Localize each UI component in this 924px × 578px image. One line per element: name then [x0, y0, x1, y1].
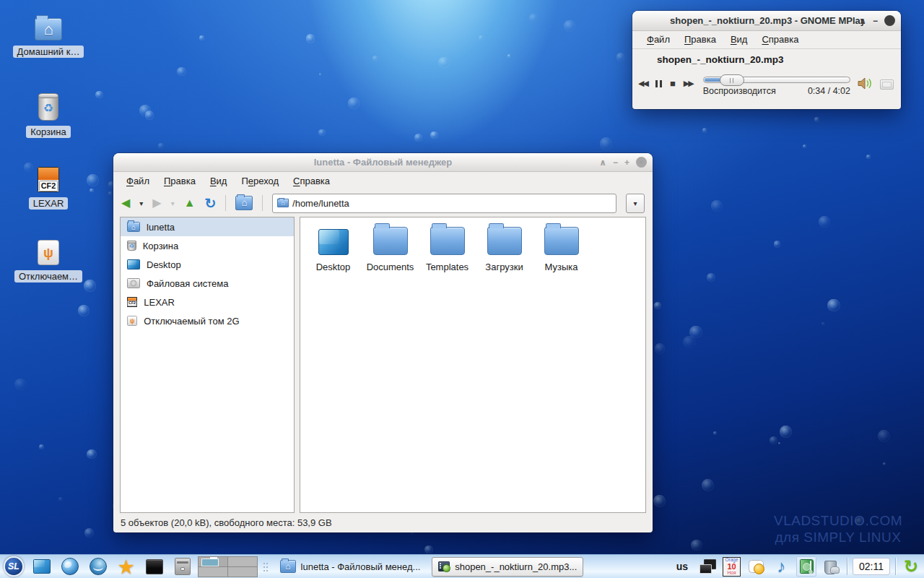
- launcher-button[interactable]: [87, 556, 109, 577]
- taskbar-window-button[interactable]: lunetta - Файловый менед...: [274, 557, 427, 577]
- tray-icon-button[interactable]: [796, 556, 816, 577]
- sidebar-item[interactable]: Корзина: [121, 236, 294, 255]
- mplayer-menu-item[interactable]: Правка: [679, 33, 722, 46]
- mplayer-menu-item[interactable]: Вид: [725, 33, 754, 46]
- refresh-button[interactable]: ↻: [205, 197, 217, 210]
- launcher-button[interactable]: [172, 556, 193, 577]
- workspace-cell[interactable]: [228, 567, 257, 577]
- launcher-button[interactable]: [3, 556, 25, 577]
- up-button[interactable]: ▲: [184, 197, 196, 209]
- forward-button[interactable]: ▶: [152, 197, 161, 209]
- sidebar-item[interactable]: Desktop: [121, 255, 294, 274]
- launcher-button[interactable]: [144, 556, 165, 577]
- tray-icon-button[interactable]: [746, 556, 766, 577]
- mplayer-menu-item[interactable]: Справка: [756, 33, 804, 46]
- wallpaper-watermark: VLADSTUDIO.COM для SIMPLY LINUX: [774, 512, 902, 547]
- sidebar-item-label: Отключаемый том 2G: [144, 316, 239, 327]
- desktop-icon[interactable]: Корзина: [9, 94, 88, 138]
- keyboard-layout-indicator[interactable]: us: [672, 561, 692, 572]
- workspace-cell[interactable]: [199, 557, 227, 566]
- address-bar: [272, 194, 616, 213]
- home-button[interactable]: [235, 196, 253, 210]
- taskbar: lunetta - Файловый менед... shopen_-_nok…: [0, 554, 924, 578]
- fullscreen-button[interactable]: [880, 79, 894, 90]
- file-item[interactable]: Desktop: [305, 227, 362, 272]
- desktop-icon[interactable]: Домашний к…: [9, 18, 88, 58]
- tray-icon: [772, 559, 790, 574]
- calendar-tray-button[interactable]: Orage 10 Ноя: [723, 557, 741, 577]
- sidebar-item[interactable]: LEXAR: [121, 293, 294, 311]
- fm-menu-item[interactable]: Вид: [204, 173, 233, 189]
- file-item[interactable]: Templates: [419, 227, 476, 272]
- fm-titlebar[interactable]: lunetta - Файловый менеджер ∧ − + ×: [113, 153, 653, 172]
- tray-icon-button[interactable]: [771, 556, 791, 577]
- stop-button[interactable]: ■: [670, 78, 676, 89]
- sidebar-item[interactable]: Отключаемый том 2G: [121, 311, 294, 330]
- desktop-icon[interactable]: LEXAR: [9, 167, 88, 210]
- fm-close-button[interactable]: ×: [636, 157, 647, 168]
- file-item[interactable]: Загрузки: [476, 227, 533, 272]
- fm-menu-item[interactable]: Правка: [158, 173, 201, 189]
- mplayer-separator: [632, 48, 901, 49]
- fm-menu-item[interactable]: Файл: [121, 173, 155, 189]
- mplayer-window-title: shopen_-_noktiurn_20.mp3 - GNOME MPlay: [670, 15, 863, 26]
- sidebar-item-icon: [127, 222, 140, 233]
- home-folder-icon: [235, 196, 253, 210]
- sidebar-item-label: lunetta: [147, 222, 175, 233]
- display-settings-icon: [699, 559, 716, 574]
- fast-forward-button[interactable]: ▶▶: [684, 79, 693, 88]
- mplayer-minimize-button[interactable]: −: [873, 17, 878, 25]
- display-settings-tray-button[interactable]: [697, 556, 718, 577]
- mplayer-menu-item[interactable]: Файл: [641, 33, 676, 46]
- file-item[interactable]: Documents: [362, 227, 419, 272]
- back-history-caret[interactable]: ▾: [139, 199, 143, 207]
- desktop-icon-label: Домашний к…: [13, 46, 84, 58]
- playback-status: Воспроизводится: [703, 86, 776, 96]
- desktop-icon[interactable]: Отключаем…: [9, 240, 88, 282]
- playback-time: 0:34 / 4:02: [808, 86, 850, 96]
- file-item-icon: [318, 229, 349, 255]
- toolbar-separator: [225, 195, 226, 211]
- forward-history-caret[interactable]: ▾: [171, 199, 175, 207]
- pause-button[interactable]: [655, 80, 662, 87]
- seek-bar[interactable]: [703, 77, 850, 83]
- volume-icon[interactable]: [858, 77, 873, 92]
- workspace-cell[interactable]: [228, 557, 257, 566]
- file-manager-window: lunetta - Файловый менеджер ∧ − + × Файл…: [113, 153, 653, 532]
- rewind-button[interactable]: ◀◀: [638, 79, 648, 88]
- panel-drag-handle[interactable]: [262, 557, 269, 576]
- taskbar-window-button[interactable]: shopen_-_noktiurn_20.mp3...: [432, 557, 583, 577]
- sidebar-item[interactable]: Файловая система: [121, 274, 294, 293]
- watermark-line1: VLADSTUDIO.COM: [774, 512, 902, 530]
- fm-minimize-button[interactable]: −: [613, 158, 618, 167]
- fm-menubar: Файл Правка Вид Переход Справка: [113, 172, 653, 189]
- seek-bar-handle[interactable]: [720, 74, 744, 86]
- launcher-button[interactable]: [116, 556, 137, 577]
- sidebar-item-icon: [127, 241, 136, 251]
- file-item-label: Templates: [426, 262, 468, 272]
- mplayer-close-button[interactable]: ×: [884, 15, 895, 26]
- address-home-icon: [277, 199, 289, 208]
- fm-menu-item[interactable]: Справка: [287, 173, 336, 189]
- file-item-icon: [544, 227, 579, 255]
- launcher-button[interactable]: [31, 556, 53, 577]
- fm-toolbar: ◀ ▾ ▶ ▾ ▲ ↻ ▾: [113, 189, 653, 217]
- address-dropdown-button[interactable]: ▾: [626, 194, 645, 213]
- desktop-icon-label: Отключаем…: [14, 270, 82, 282]
- clock[interactable]: 02:11: [853, 558, 890, 575]
- fm-maximize-button[interactable]: +: [624, 158, 629, 167]
- launcher-icon: [33, 559, 51, 574]
- launcher-button[interactable]: [59, 556, 81, 577]
- fm-menu-item[interactable]: Переход: [235, 173, 284, 189]
- tray-icon-button[interactable]: [821, 556, 842, 577]
- file-item[interactable]: Музыка: [533, 227, 590, 272]
- logout-button[interactable]: [901, 556, 921, 577]
- address-input[interactable]: [292, 198, 611, 209]
- mplayer-shade-button[interactable]: ∧: [859, 17, 866, 25]
- back-button[interactable]: ◀: [121, 197, 130, 209]
- desktop-icon-label: LEXAR: [29, 197, 69, 210]
- fm-shade-button[interactable]: ∧: [599, 158, 606, 167]
- sidebar-item[interactable]: lunetta: [121, 217, 294, 236]
- workspace-cell[interactable]: [199, 567, 227, 577]
- mplayer-titlebar[interactable]: shopen_-_noktiurn_20.mp3 - GNOME MPlay ∧…: [632, 11, 901, 31]
